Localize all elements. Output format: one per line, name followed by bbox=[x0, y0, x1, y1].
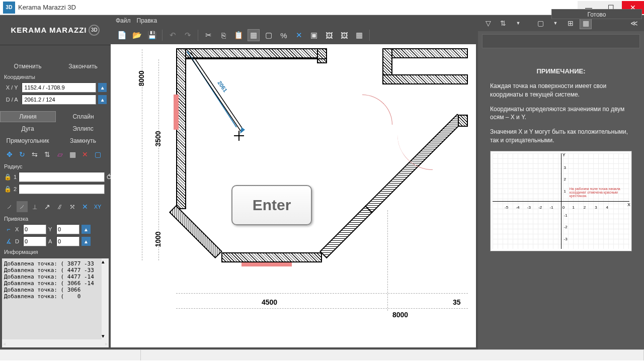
snap-cross-icon[interactable]: ✕ bbox=[79, 201, 91, 212]
grid-color-icon[interactable]: ▦ bbox=[353, 29, 365, 41]
grid-icon[interactable]: ▦ bbox=[67, 149, 78, 160]
snap-a-input[interactable] bbox=[56, 236, 79, 246]
radius-2-input[interactable] bbox=[19, 184, 105, 194]
svg-line-1 bbox=[191, 52, 244, 130]
canvas[interactable]: 2061 8000 3500 1000 4500 8000 35 Enter bbox=[111, 44, 476, 347]
measure-line-icon bbox=[184, 49, 274, 150]
dim-35-right: 35 bbox=[453, 298, 461, 306]
copy-icon[interactable]: ⎘ bbox=[217, 29, 229, 41]
frame-tb-icon[interactable]: ▣ bbox=[308, 29, 320, 41]
crosshair-cursor-icon bbox=[234, 131, 244, 141]
titlebar: 3D Kerama Marazzi 3D — ☐ ✕ bbox=[0, 0, 644, 15]
filter-icon[interactable]: ▽ bbox=[482, 17, 494, 29]
app-icon: 3D bbox=[3, 2, 15, 14]
image-icon[interactable]: 🖼 bbox=[323, 29, 335, 41]
center-area: Файл Правка 📄 📂 💾 ↶ ↷ ✂ ⎘ 📋 ▦ ▢ % ✕ ▣ 🖼 … bbox=[111, 15, 478, 349]
info-panel: Добавлена точка: ( 3877 -33 Добавлена то… bbox=[2, 258, 109, 347]
snap-perp-icon[interactable]: ⟂ bbox=[29, 201, 40, 212]
mirror-v-icon[interactable]: ⇅ bbox=[42, 149, 53, 160]
paste-icon[interactable]: 📋 bbox=[232, 29, 245, 41]
dim-3500: 3500 bbox=[154, 131, 162, 146]
status-ready: Готово bbox=[551, 9, 642, 19]
note-title: ПРИМЕЧАНИЕ: bbox=[490, 67, 632, 75]
open-file-icon[interactable]: 📂 bbox=[131, 29, 143, 41]
redo-icon[interactable]: ↷ bbox=[182, 29, 194, 41]
tool-ellipse-button[interactable]: Эллипс bbox=[55, 124, 111, 134]
search-field[interactable] bbox=[482, 34, 640, 48]
rotate-icon[interactable]: ↻ bbox=[17, 149, 28, 160]
dropdown-icon[interactable]: ▼ bbox=[512, 17, 524, 29]
undo-icon[interactable]: ↶ bbox=[167, 29, 179, 41]
delete-icon[interactable]: ✕ bbox=[79, 149, 91, 160]
snap-parallel-icon[interactable]: ⫽ bbox=[54, 201, 65, 212]
tool-spline-button[interactable]: Сплайн bbox=[56, 112, 111, 122]
note-box: ПРИМЕЧАНИЕ: Каждая точка на поверхности … bbox=[484, 61, 638, 257]
status-cell-2 bbox=[141, 350, 644, 360]
snap-tangent-icon[interactable]: ↗ bbox=[42, 201, 53, 212]
da-apply-button[interactable]: ▲ bbox=[98, 95, 107, 104]
xy-input[interactable] bbox=[22, 82, 96, 93]
menu-edit[interactable]: Правка bbox=[137, 17, 157, 24]
xy-label: X / Y bbox=[4, 84, 20, 90]
info-label: Информация bbox=[0, 247, 111, 256]
logo: KERAMA MARAZZI 3D bbox=[0, 15, 111, 45]
menu-file[interactable]: Файл bbox=[116, 17, 131, 24]
statusbar bbox=[0, 349, 644, 360]
svg-line-0 bbox=[189, 54, 242, 132]
coordinate-diagram: Y X 0 1 2 3 4 -1 -2 -3 -4 -5 1 2 3 -1 -2 bbox=[490, 151, 632, 251]
logo-badge-icon: 3D bbox=[89, 25, 100, 36]
status-cell-1 bbox=[0, 350, 141, 360]
image2-icon[interactable]: 🖼 bbox=[338, 29, 350, 41]
radius-1-label: 1 bbox=[14, 174, 17, 180]
snap-toolbar: ⟋ ⟋ ⟂ ↗ ⫽ ⤱ ✕ XY bbox=[0, 199, 111, 214]
tool-arc-button[interactable]: Дуга bbox=[0, 124, 55, 134]
tool-rect-button[interactable]: Прямоугольник bbox=[0, 136, 55, 146]
mirror-h-icon[interactable]: ⇆ bbox=[29, 149, 40, 160]
snap-midpoint-icon[interactable]: ⟋ bbox=[17, 201, 28, 212]
scrollbar-h[interactable]: ◂▸ bbox=[2, 339, 109, 347]
enter-key-overlay: Enter bbox=[231, 185, 312, 225]
snap-label: Привязка bbox=[0, 214, 111, 223]
view-single-icon[interactable]: ▢ bbox=[534, 17, 546, 29]
snap-y-input[interactable] bbox=[56, 224, 79, 234]
tool-close-button[interactable]: Замкнуть bbox=[55, 136, 111, 146]
delete-tb-icon[interactable]: ✕ bbox=[293, 29, 305, 41]
snap-xy-icon[interactable]: XY bbox=[92, 201, 103, 212]
snap-d-input[interactable] bbox=[23, 236, 46, 246]
tool-line-button[interactable]: Линия bbox=[0, 111, 56, 122]
percent-icon[interactable]: % bbox=[278, 29, 290, 41]
cancel-button[interactable]: Отменить bbox=[0, 61, 55, 71]
dim-4500: 4500 bbox=[262, 298, 277, 306]
finish-button[interactable]: Закончить bbox=[55, 61, 111, 71]
frame-icon[interactable]: ▢ bbox=[92, 149, 103, 160]
menubar: Файл Правка bbox=[111, 15, 478, 26]
note-p2: Координаты определяются значениями по дв… bbox=[490, 105, 632, 122]
save-file-icon[interactable]: 💾 bbox=[146, 29, 158, 41]
sort-icon[interactable]: ⇅ bbox=[497, 17, 509, 29]
snap-x-input[interactable] bbox=[23, 224, 46, 234]
cut-icon[interactable]: ✂ bbox=[202, 29, 214, 41]
snap-intersect-icon[interactable]: ⤱ bbox=[67, 201, 78, 212]
snap-xy-apply[interactable]: ▲ bbox=[82, 225, 91, 234]
coords-label: Координаты bbox=[0, 72, 111, 81]
radius-2-label: 2 bbox=[14, 186, 17, 192]
info-log[interactable]: Добавлена точка: ( 3877 -33 Добавлена то… bbox=[2, 258, 109, 339]
lock-icon-2[interactable]: 🔒 bbox=[4, 186, 12, 193]
select-icon[interactable]: ▱ bbox=[54, 149, 65, 160]
snap-xy-icon2[interactable]: ⌐ bbox=[4, 225, 13, 234]
show-grid-icon[interactable]: ▦ bbox=[248, 29, 260, 41]
move-icon[interactable]: ✥ bbox=[4, 149, 15, 160]
snap-endpoint-icon[interactable]: ⟋ bbox=[4, 201, 15, 212]
snap-d-label: D bbox=[15, 238, 21, 244]
snap-y-label: Y bbox=[48, 226, 54, 232]
snap-da-icon[interactable]: ∡ bbox=[4, 237, 13, 246]
snap-grid-icon[interactable]: ▢ bbox=[263, 29, 275, 41]
radius-1-input[interactable] bbox=[19, 172, 105, 182]
lock-icon[interactable]: 🔒 bbox=[4, 173, 12, 180]
scrollbar-v[interactable]: ▴▾ bbox=[102, 258, 109, 339]
xy-apply-button[interactable]: ▲ bbox=[98, 83, 107, 92]
snap-da-apply[interactable]: ▲ bbox=[82, 237, 91, 246]
da-input[interactable] bbox=[22, 95, 96, 105]
dim-1000: 1000 bbox=[154, 231, 162, 247]
new-file-icon[interactable]: 📄 bbox=[116, 29, 128, 41]
